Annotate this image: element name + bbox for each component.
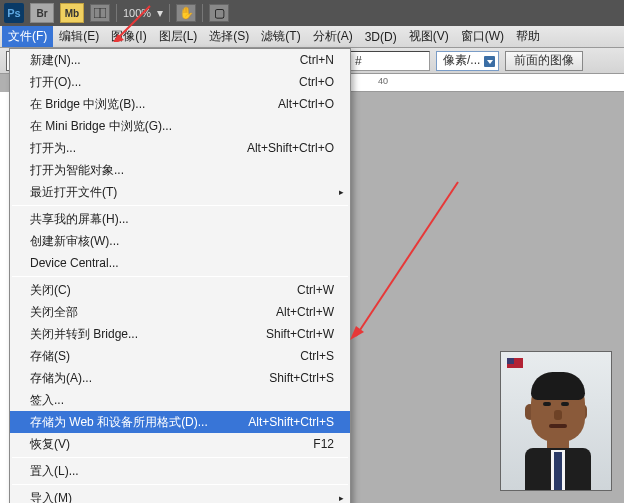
- menu-entry-label: 存储为(A)...: [30, 370, 92, 386]
- menu-entry-label: 打开为智能对象...: [30, 162, 124, 178]
- menu-edit[interactable]: 编辑(E): [53, 26, 105, 47]
- menu-entry[interactable]: 打开(O)...Ctrl+O: [10, 71, 350, 93]
- menu-entry-shortcut: Shift+Ctrl+W: [266, 326, 334, 342]
- menu-entry[interactable]: 关闭并转到 Bridge...Shift+Ctrl+W: [10, 323, 350, 345]
- portrait-shape: [549, 424, 567, 428]
- hash-input[interactable]: #: [350, 51, 430, 71]
- portrait-shape: [554, 410, 562, 420]
- menu-entry[interactable]: 最近打开文件(T): [10, 181, 350, 203]
- menu-entry[interactable]: 共享我的屏幕(H)...: [10, 208, 350, 230]
- portrait-shape: [561, 402, 569, 406]
- menu-entry-label: 新建(N)...: [30, 52, 81, 68]
- menu-entry-shortcut: Ctrl+N: [300, 52, 334, 68]
- menu-entry[interactable]: 关闭全部Alt+Ctrl+W: [10, 301, 350, 323]
- portrait-shape: [543, 402, 551, 406]
- app-toolbar: Ps Br Mb 100% ▾ ✋ ▢: [0, 0, 624, 26]
- menu-entry-label: 在 Bridge 中浏览(B)...: [30, 96, 145, 112]
- menu-entry-label: 关闭并转到 Bridge...: [30, 326, 138, 342]
- menu-separator: [12, 276, 348, 277]
- menu-select[interactable]: 选择(S): [203, 26, 255, 47]
- unit-dropdown[interactable]: 像素/...: [436, 51, 499, 71]
- portrait-shape: [531, 372, 585, 400]
- menu-entry-shortcut: F12: [313, 436, 334, 452]
- menu-entry-label: 创建新审核(W)...: [30, 233, 119, 249]
- minibridge-button[interactable]: Mb: [60, 3, 84, 23]
- menu-entry-label: 签入...: [30, 392, 64, 408]
- menu-entry-shortcut: Ctrl+W: [297, 282, 334, 298]
- menu-entry-label: 最近打开文件(T): [30, 184, 117, 200]
- menu-analysis[interactable]: 分析(A): [307, 26, 359, 47]
- menu-entry-label: 恢复(V): [30, 436, 70, 452]
- menu-entry-label: 关闭全部: [30, 304, 78, 320]
- menu-entry[interactable]: 恢复(V)F12: [10, 433, 350, 455]
- menu-separator: [12, 205, 348, 206]
- menu-window[interactable]: 窗口(W): [455, 26, 510, 47]
- menu-entry[interactable]: 存储为 Web 和设备所用格式(D)...Alt+Shift+Ctrl+S: [10, 411, 350, 433]
- menu-entry-label: 打开为...: [30, 140, 76, 156]
- bridge-button[interactable]: Br: [30, 3, 54, 23]
- menu-entry-shortcut: Ctrl+S: [300, 348, 334, 364]
- menu-image[interactable]: 图像(I): [105, 26, 152, 47]
- menu-entry-label: 关闭(C): [30, 282, 71, 298]
- menu-entry[interactable]: 关闭(C)Ctrl+W: [10, 279, 350, 301]
- menu-entry-shortcut: Alt+Shift+Ctrl+S: [248, 414, 334, 430]
- menu-entry-shortcut: Ctrl+O: [299, 74, 334, 90]
- menu-3d[interactable]: 3D(D): [359, 28, 403, 46]
- ps-logo: Ps: [4, 3, 24, 23]
- menu-entry-label: 打开(O)...: [30, 74, 81, 90]
- menu-entry-label: 在 Mini Bridge 中浏览(G)...: [30, 118, 172, 134]
- menu-view[interactable]: 视图(V): [403, 26, 455, 47]
- separator: [169, 4, 170, 22]
- menu-layer[interactable]: 图层(L): [153, 26, 204, 47]
- menu-help[interactable]: 帮助: [510, 26, 546, 47]
- menu-entry-shortcut: Alt+Ctrl+W: [276, 304, 334, 320]
- menu-entry-shortcut: Shift+Ctrl+S: [269, 370, 334, 386]
- separator: [202, 4, 203, 22]
- menu-entry[interactable]: 在 Mini Bridge 中浏览(G)...: [10, 115, 350, 137]
- menu-entry[interactable]: 打开为...Alt+Shift+Ctrl+O: [10, 137, 350, 159]
- screen-mode-icon[interactable]: ▢: [209, 4, 229, 22]
- front-image-button[interactable]: 前面的图像: [505, 51, 583, 71]
- menu-entry[interactable]: 创建新审核(W)...: [10, 230, 350, 252]
- menu-entry-shortcut: Alt+Ctrl+O: [278, 96, 334, 112]
- canvas-image[interactable]: [500, 351, 612, 491]
- menu-entry[interactable]: 签入...: [10, 389, 350, 411]
- zoom-level[interactable]: 100%: [123, 7, 151, 19]
- menu-entry[interactable]: 新建(N)...Ctrl+N: [10, 49, 350, 71]
- hand-icon[interactable]: ✋: [176, 4, 196, 22]
- menu-file[interactable]: 文件(F): [2, 26, 53, 47]
- menu-entry[interactable]: 导入(M): [10, 487, 350, 503]
- menu-entry-shortcut: Alt+Shift+Ctrl+O: [247, 140, 334, 156]
- menu-separator: [12, 484, 348, 485]
- menu-bar: 文件(F) 编辑(E) 图像(I) 图层(L) 选择(S) 滤镜(T) 分析(A…: [0, 26, 624, 48]
- zoom-arrow-icon[interactable]: ▾: [157, 6, 163, 20]
- ruler-tick: 40: [378, 76, 388, 86]
- menu-entry-label: 存储为 Web 和设备所用格式(D)...: [30, 414, 208, 430]
- flag-icon: [507, 358, 523, 368]
- file-dropdown-menu: 新建(N)...Ctrl+N打开(O)...Ctrl+O在 Bridge 中浏览…: [9, 48, 351, 503]
- menu-entry[interactable]: 打开为智能对象...: [10, 159, 350, 181]
- menu-entry[interactable]: Device Central...: [10, 252, 350, 274]
- menu-entry[interactable]: 存储(S)Ctrl+S: [10, 345, 350, 367]
- separator: [116, 4, 117, 22]
- menu-entry-label: 导入(M): [30, 490, 72, 503]
- menu-entry[interactable]: 置入(L)...: [10, 460, 350, 482]
- menu-filter[interactable]: 滤镜(T): [255, 26, 306, 47]
- layout-icon[interactable]: [90, 4, 110, 22]
- portrait-shape: [554, 452, 562, 490]
- menu-separator: [12, 457, 348, 458]
- menu-entry[interactable]: 存储为(A)...Shift+Ctrl+S: [10, 367, 350, 389]
- menu-entry-label: 存储(S): [30, 348, 70, 364]
- menu-entry[interactable]: 在 Bridge 中浏览(B)...Alt+Ctrl+O: [10, 93, 350, 115]
- menu-entry-label: Device Central...: [30, 255, 119, 271]
- menu-entry-label: 置入(L)...: [30, 463, 79, 479]
- menu-entry-label: 共享我的屏幕(H)...: [30, 211, 129, 227]
